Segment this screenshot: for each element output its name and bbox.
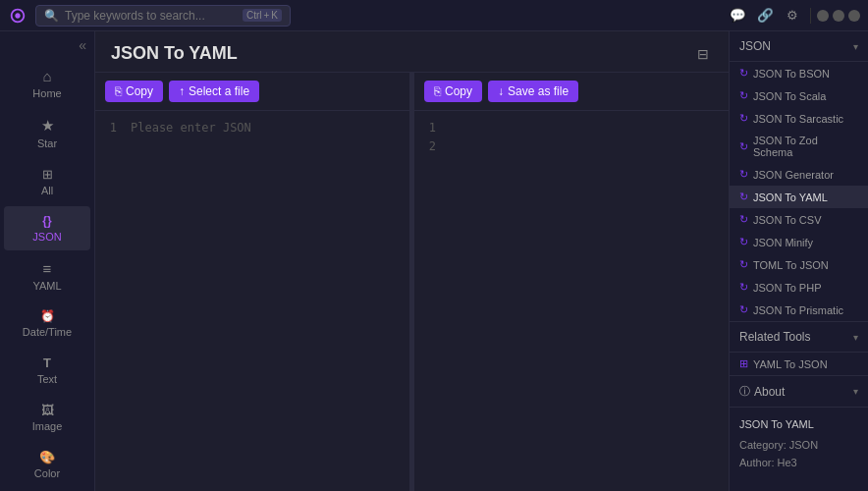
json-item-prismatic[interactable]: ↻ JSON To Prismatic: [730, 299, 868, 321]
json-item-toml[interactable]: ↻ TOML To JSON: [730, 253, 868, 276]
json-item-scala[interactable]: ↻ JSON To Scala: [730, 84, 868, 107]
json-scala-icon: ↻: [739, 89, 748, 102]
settings-button[interactable]: ⚙: [781, 4, 804, 27]
yaml-json-icon: ⊞: [739, 357, 748, 370]
related-section-label: Related Tools: [739, 330, 811, 344]
titlebar: 🔍 Ctrl + K 💬 🔗 ⚙: [0, 0, 868, 31]
json-item-bson[interactable]: ↻ JSON To BSON: [730, 62, 868, 84]
about-author: Author: He3: [739, 454, 858, 472]
sidebar-item-home[interactable]: ⌂ Home: [4, 60, 90, 107]
layout-toggle-button[interactable]: ⊟: [693, 44, 713, 64]
sidebar-collapse-button[interactable]: «: [79, 37, 86, 53]
sidebar-item-datetime[interactable]: ⏰ Date/Time: [4, 301, 90, 346]
json-item-generator[interactable]: ↻ JSON Generator: [730, 163, 868, 186]
sidebar-collapse: «: [0, 31, 94, 59]
sidebar-item-json[interactable]: {} JSON: [4, 206, 90, 250]
search-input[interactable]: [65, 9, 237, 23]
minimize-button[interactable]: [817, 10, 829, 22]
select-file-button[interactable]: ↑ Select a file: [169, 81, 259, 102]
json-item-php[interactable]: ↻ JSON To PHP: [730, 276, 868, 299]
image-icon: 🖼: [41, 403, 54, 417]
sidebar-label-image: Image: [32, 420, 63, 432]
json-generator-icon: ↻: [739, 168, 748, 181]
json-item-minify[interactable]: ↻ JSON Minify: [730, 231, 868, 253]
datetime-icon: ⏰: [40, 309, 55, 323]
json-minify-icon: ↻: [739, 236, 748, 248]
sidebar-item-text[interactable]: T Text: [4, 348, 90, 393]
save-icon: ↓: [498, 84, 504, 98]
maximize-button[interactable]: [833, 10, 844, 22]
json-item-yaml[interactable]: ↻ JSON To YAML: [730, 186, 868, 208]
json-php-icon: ↻: [739, 281, 748, 294]
content-header: JSON To YAML ⊟: [95, 31, 729, 73]
right-line-numbers: 1 2: [414, 111, 442, 491]
json-item-zod[interactable]: ↻ JSON To Zod Schema: [730, 130, 868, 163]
json-toml-icon: ↻: [739, 258, 748, 271]
sidebar-item-color[interactable]: 🎨 Color: [4, 442, 90, 487]
right-panel: JSON ▾ ↻ JSON To BSON ↻ JSON To Scala ↻ …: [729, 31, 868, 491]
about-title: JSON To YAML: [739, 415, 858, 434]
save-as-file-button[interactable]: ↓ Save as file: [488, 81, 578, 102]
text-icon: T: [43, 355, 51, 370]
related-section: Related Tools ▾ ⊞ YAML To JSON: [730, 321, 868, 375]
sidebar-label-all: All: [41, 185, 53, 196]
related-item-yaml-json[interactable]: ⊞ YAML To JSON: [730, 353, 868, 375]
json-input[interactable]: [123, 111, 409, 491]
json-bson-icon: ↻: [739, 67, 748, 80]
right-editor-panel: ⎘ Copy ↓ Save as file 1 2: [414, 73, 729, 491]
sidebar-label-json: JSON: [32, 231, 61, 243]
sidebar-item-all[interactable]: ⊞ All: [4, 159, 90, 204]
json-prismatic-icon: ↻: [739, 303, 748, 316]
left-editor-panel: ⎘ Copy ↑ Select a file 1: [95, 73, 410, 491]
json-zod-icon: ↻: [739, 140, 748, 153]
search-shortcut: Ctrl + K: [243, 9, 282, 22]
copy-icon: ⎘: [115, 84, 122, 98]
right-toolbar: ⎘ Copy ↓ Save as file: [414, 73, 729, 111]
json-item-sarcastic[interactable]: ↻ JSON To Sarcastic: [730, 107, 868, 130]
sidebar-label-star: Star: [37, 137, 57, 149]
left-toolbar: ⎘ Copy ↑ Select a file: [95, 73, 409, 111]
sidebar-label-text: Text: [37, 373, 57, 385]
about-section-header[interactable]: ⓘ About ▾: [730, 376, 868, 408]
sidebar-item-yaml[interactable]: ≡ YAML: [4, 252, 90, 300]
home-icon: ⌂: [42, 68, 51, 84]
json-csv-icon: ↻: [739, 213, 748, 226]
file-icon: ↑: [179, 84, 185, 98]
app-icon: [8, 6, 27, 26]
yaml-icon: ≡: [43, 260, 52, 277]
json-section-header[interactable]: JSON ▾: [730, 31, 868, 62]
line-number-2: 2: [422, 137, 436, 156]
titlebar-actions: 💬 🔗 ⚙: [726, 4, 860, 27]
json-yaml-icon: ↻: [739, 191, 748, 203]
yaml-output[interactable]: [442, 111, 729, 491]
color-icon: 🎨: [39, 450, 55, 464]
left-line-numbers: 1: [95, 111, 123, 491]
copy-icon-right: ⎘: [434, 84, 441, 98]
search-bar[interactable]: 🔍 Ctrl + K: [35, 5, 291, 27]
star-icon: ★: [41, 117, 54, 135]
sidebar-label-home: Home: [32, 87, 61, 99]
line-number: 1: [103, 119, 117, 137]
left-editor-body: 1: [95, 111, 409, 491]
sidebar-item-image[interactable]: 🖼 Image: [4, 395, 90, 440]
main-layout: « ⌂ Home ★ Star ⊞ All {} JSON ≡ YAML ⏰ D…: [0, 31, 868, 491]
json-item-csv[interactable]: ↻ JSON To CSV: [730, 208, 868, 231]
chat-button[interactable]: 💬: [726, 4, 749, 27]
json-section-chevron: ▾: [853, 41, 858, 52]
right-copy-button[interactable]: ⎘ Copy: [424, 81, 482, 102]
close-button[interactable]: [848, 10, 860, 22]
json-section-label: JSON: [739, 39, 771, 53]
sidebar-item-star[interactable]: ★ Star: [4, 109, 90, 157]
sidebar-label-yaml: YAML: [32, 280, 61, 292]
json-icon: {}: [42, 214, 51, 228]
right-editor-body: 1 2: [414, 111, 729, 491]
all-icon: ⊞: [42, 167, 53, 182]
sidebar-label-color: Color: [34, 467, 60, 479]
editor-area: ⎘ Copy ↑ Select a file 1: [95, 73, 729, 491]
about-icon: ⓘ: [739, 384, 750, 399]
about-section-label: About: [754, 385, 785, 399]
related-section-header[interactable]: Related Tools ▾: [730, 322, 868, 353]
page-title: JSON To YAML: [111, 43, 238, 64]
left-copy-button[interactable]: ⎘ Copy: [105, 81, 163, 102]
share-button[interactable]: 🔗: [753, 4, 777, 27]
